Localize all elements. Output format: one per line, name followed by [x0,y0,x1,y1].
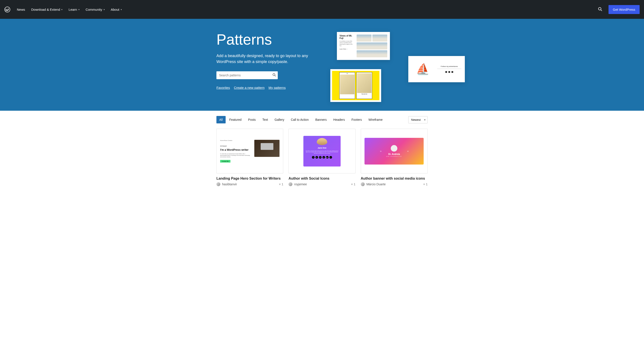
search-submit-button[interactable] [272,73,276,77]
hero-links: Favorites Create a new pattern My patter… [216,86,317,89]
mockup-text: Follow my adventures [437,65,461,67]
search-input[interactable] [216,71,278,79]
like-button[interactable]: ♥1 [423,182,428,186]
filter-footers[interactable]: Footers [348,116,364,123]
wordpress-logo[interactable] [4,6,10,12]
preview-role: SHE PHARMACIST [386,156,402,157]
chevron-down-icon: ▾ [61,8,62,11]
chevron-down-icon: ▾ [78,8,80,11]
author-name[interactable]: Márcio Duarte [366,182,422,186]
svg-point-1 [598,7,601,10]
like-count: 1 [282,182,284,186]
nav-about[interactable]: About▾ [111,8,122,11]
filter-posts[interactable]: Posts [245,116,259,123]
filter-headers[interactable]: Headers [330,116,348,123]
svg-line-2 [601,10,602,11]
instagram-icon: ◻ [322,156,325,159]
preview-desc: Jane Doe is a fictional author with a pa… [306,150,338,154]
author-name[interactable]: royjemee [294,182,349,186]
nav-community-label: Community [86,8,102,11]
patterns-grid: Home About Contact Hi there! I'm a WordP… [216,129,428,186]
preview-image [254,140,280,157]
pattern-preview[interactable]: Home About Contact Hi there! I'm a WordP… [216,129,283,174]
author-name[interactable]: hasibtanvir [222,182,277,186]
preview-nav: Home About Contact [220,140,252,141]
filter-text[interactable]: Text [260,116,271,123]
like-count: 1 [354,182,356,186]
pattern-title[interactable]: Landing Page Hero Section for Writers [216,177,283,180]
ship-illustration: ⛵ [412,60,434,78]
svg-line-4 [275,75,276,76]
filter-wireframe[interactable]: Wireframe [366,116,386,123]
sort-dropdown[interactable]: Newest [408,116,428,123]
mockup-desc: An exhibition of early 20th century wood… [340,40,355,47]
nav-community[interactable]: Community▾ [86,8,105,11]
get-wordpress-button[interactable]: Get WordPress [608,5,640,14]
heart-icon: ♥ [351,182,353,186]
filter-all[interactable]: All [216,116,226,123]
nav-learn-label: Learn [68,8,77,11]
hero-mockups: Views of Mt. Fuji An exhibition of early… [330,32,428,102]
author-avatar[interactable] [288,182,292,186]
heart-icon: ♥ [423,182,425,186]
pattern-meta: royjemee ♥1 [288,182,355,186]
preview-avatar [317,138,327,145]
heart-icon: ♥ [279,182,280,186]
preview-button: Contact Me [220,160,230,163]
favorites-link[interactable]: Favorites [216,86,230,89]
filter-gallery[interactable]: Gallery [272,116,287,123]
search-icon [272,73,276,77]
facebook-icon: f [312,156,314,159]
preview-greeting: Hi there! [220,145,252,147]
preview-social-icons: f 𝕏 P ◻ ▶ ♪ [306,156,338,159]
category-filters: All Featured Posts Text Gallery Call to … [216,116,386,123]
preview-name: Dr. Andreia [386,153,402,155]
card-label: VII [340,73,354,74]
nav-about-label: About [111,8,120,11]
pattern-meta: Márcio Duarte ♥1 [361,182,428,186]
nav-download[interactable]: Download & Extend▾ [31,8,63,11]
filter-featured[interactable]: Featured [226,116,244,123]
preview-heading: I'm a WordPress writer [220,148,252,151]
filter-banners[interactable]: Banners [312,116,330,123]
nav-news[interactable]: News [17,8,25,11]
chevron-left-icon: ››› [380,150,381,153]
page-title: Patterns [216,32,317,47]
preview-name: Jane Doe [306,147,338,149]
social-icons [437,71,461,73]
header-right: Get WordPress [596,5,640,14]
twitter-icon: 𝕏 [316,156,318,159]
header-search-button[interactable] [596,5,604,14]
author-avatar[interactable] [361,182,365,186]
main-header: News Download & Extend▾ Learn▾ Community… [0,0,644,19]
mockup-link: Learn More → [340,48,355,50]
chevron-down-icon: ▾ [121,8,122,11]
mockup-image [356,34,372,42]
tarot-card: THE MOON [356,72,372,99]
nav-learn[interactable]: Learn▾ [68,8,79,11]
hero-section: Patterns Add a beautifully designed, rea… [0,19,644,111]
pattern-preview[interactable]: ››› Dr. Andreia SHE PHARMACIST ‹‹‹ [361,129,428,174]
author-avatar[interactable] [216,182,220,186]
preview-desc: I'm John Doe, an experienced Content Wri… [220,153,252,158]
pattern-preview[interactable]: Jane Doe Jane Doe is a fictional author … [288,129,355,174]
svg-point-3 [273,73,275,76]
tiktok-icon: ♪ [330,156,332,159]
pattern-card: Jane Doe Jane Doe is a fictional author … [288,129,355,186]
like-button[interactable]: ♥1 [279,182,283,186]
mockup-ship: ⛵ Follow my adventures [408,56,465,82]
mockup-image [372,34,387,42]
pattern-title[interactable]: Author banner with social media icons [361,177,428,180]
mockup-title: Views of Mt. Fuji [340,34,355,39]
like-button[interactable]: ♥1 [351,182,356,186]
like-count: 1 [426,182,428,186]
chevron-down-icon: ▾ [104,8,105,11]
preview-avatar [391,145,397,152]
pattern-title[interactable]: Author with Social Icons [288,177,355,180]
filter-bar: All Featured Posts Text Gallery Call to … [216,111,428,129]
pattern-search [216,71,278,79]
my-patterns-link[interactable]: My patterns [268,86,286,89]
pattern-meta: hasibtanvir ♥1 [216,182,283,186]
create-pattern-link[interactable]: Create a new pattern [234,86,264,89]
filter-cta[interactable]: Call to Action [288,116,312,123]
